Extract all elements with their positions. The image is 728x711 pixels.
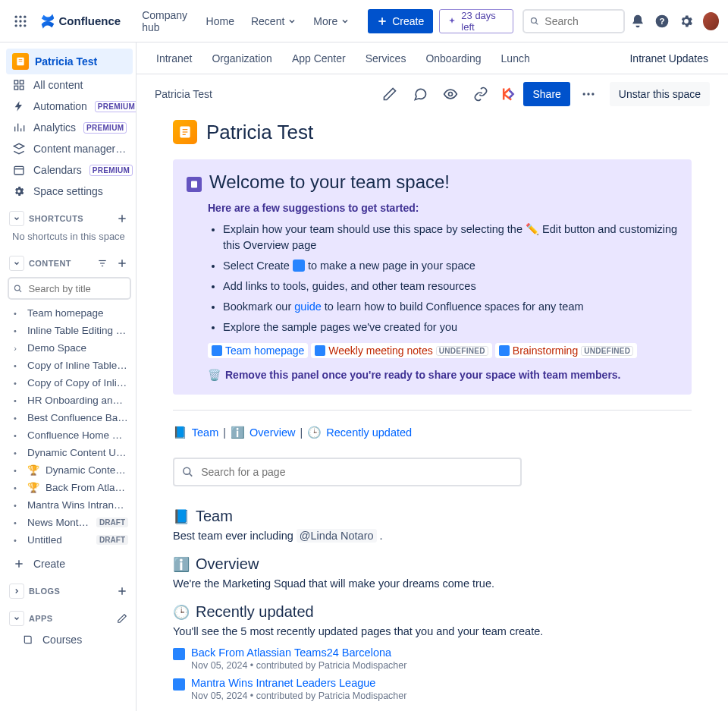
edit-icon[interactable]: [378, 82, 402, 106]
tree-item[interactable]: •Team homepage: [6, 304, 133, 322]
app-switcher-icon[interactable]: [9, 9, 32, 33]
bullet-icon: •: [9, 466, 21, 475]
space-nav-lunch[interactable]: Lunch: [500, 45, 532, 72]
sidebar-app-courses[interactable]: Courses: [6, 629, 133, 650]
content-filter-input[interactable]: [27, 282, 125, 295]
tree-item[interactable]: •🏆Back From Atlassian…: [6, 479, 133, 496]
tree-item[interactable]: •News Montag, 1…DRAFT: [6, 514, 133, 531]
nav-recent[interactable]: Recent: [243, 11, 304, 32]
bullet-icon: •: [9, 361, 21, 370]
smart-link[interactable]: Weekly meeting notesUNDEFINED: [311, 343, 492, 358]
tree-item[interactable]: •HR Onboarding and Trai…: [6, 392, 133, 409]
sidebar-content-manager[interactable]: Content manager…: [6, 138, 133, 159]
add-content-button[interactable]: [115, 256, 130, 271]
space-nav-intranet-updates[interactable]: Intranet Updates: [628, 45, 710, 72]
recent-page-link[interactable]: Mantra Wins Intranet Leaders League: [191, 677, 375, 689]
bullet-icon: •: [9, 396, 21, 405]
bolt-icon: [12, 99, 26, 113]
shortcuts-toggle[interactable]: [9, 211, 24, 226]
sidebar-analytics[interactable]: AnalyticsPREMIUM: [6, 117, 133, 138]
nav-home[interactable]: Home: [199, 11, 242, 32]
space-nav-organization[interactable]: Organization: [210, 45, 273, 72]
search-icon: [14, 284, 22, 294]
add-blog-button[interactable]: [115, 584, 130, 599]
recent-page-link[interactable]: Back From Atlassian Teams24 Barcelona: [191, 647, 391, 659]
shortcuts-header: SHORTCUTS: [29, 214, 110, 223]
global-search[interactable]: [522, 9, 625, 33]
sidebar-create-button[interactable]: Create: [6, 553, 133, 574]
tree-item[interactable]: •UntitledDRAFT: [6, 531, 133, 549]
tree-item[interactable]: •Confluence Home Page …: [6, 426, 133, 444]
author-link[interactable]: Patricia Modispacher: [318, 660, 407, 671]
sidebar-automation[interactable]: AutomationPREMIUM: [6, 96, 133, 117]
nav-company-hub[interactable]: Company hub: [134, 5, 196, 38]
settings-icon[interactable]: [676, 9, 697, 33]
tree-item-label: Team homepage: [27, 307, 128, 319]
nav-more[interactable]: More: [306, 11, 357, 32]
add-shortcut-button[interactable]: [115, 211, 130, 226]
watch-icon[interactable]: [438, 82, 463, 106]
edit-apps-button[interactable]: [115, 611, 130, 626]
tree-item[interactable]: •Mantra Wins Intranet Le…: [6, 496, 133, 514]
smart-link[interactable]: Team homepage: [208, 343, 308, 358]
page-search-input[interactable]: [199, 465, 513, 479]
svg-point-0: [14, 15, 17, 17]
confluence-logo[interactable]: Confluence: [35, 13, 126, 30]
smart-link[interactable]: BrainstormingUNDEFINED: [495, 343, 637, 358]
space-nav-app-center[interactable]: App Center: [290, 45, 347, 72]
space-nav-intranet[interactable]: Intranet: [155, 45, 193, 72]
tree-item[interactable]: •Copy of Copy of Inline T…: [6, 374, 133, 392]
unstar-button[interactable]: Unstar this space: [610, 82, 710, 106]
plus-icon: [12, 557, 26, 571]
share-button[interactable]: Share: [523, 82, 570, 106]
space-nav-services[interactable]: Services: [364, 45, 408, 72]
help-icon[interactable]: ?: [651, 9, 673, 33]
content-toggle[interactable]: [9, 256, 24, 271]
profile-avatar[interactable]: [703, 12, 719, 30]
tree-item[interactable]: ›Demo Space: [6, 339, 133, 357]
quick-links: 📘 Team | ℹ️ Overview | 🕒 Recently update…: [173, 426, 692, 439]
content-sort-button[interactable]: [95, 256, 110, 271]
quick-link-team[interactable]: 📘 Team: [173, 426, 218, 439]
link-icon[interactable]: [469, 82, 493, 106]
tree-item[interactable]: •Dynamic Content Updat…: [6, 444, 133, 461]
page-search[interactable]: [173, 458, 522, 486]
trial-indicator[interactable]: 23 days left: [439, 9, 513, 33]
tree-item-label: Copy of Inline Table Edit…: [27, 360, 128, 371]
sidebar-all-content[interactable]: All content: [6, 74, 133, 96]
blogs-toggle[interactable]: [9, 584, 24, 599]
trash-icon: 🗑️: [208, 369, 221, 381]
svg-line-12: [535, 22, 538, 24]
content-filter[interactable]: [8, 277, 131, 300]
global-search-input[interactable]: [543, 14, 617, 28]
guide-link[interactable]: guide: [294, 300, 321, 313]
author-link[interactable]: Patricia Modispacher: [318, 691, 407, 701]
panel-bullet: Select Create to make a new page in your…: [223, 258, 678, 274]
tree-item[interactable]: •🏆Dynamic Content in …: [6, 461, 133, 479]
create-button[interactable]: Create: [368, 9, 433, 33]
trophy-icon: 🏆: [27, 482, 39, 493]
app-k-icon[interactable]: [499, 85, 517, 103]
panel-icon: [187, 177, 202, 192]
sidebar-space-selected[interactable]: Patricia Test: [6, 49, 133, 74]
tree-item[interactable]: •Inline Table Editing Exa…: [6, 322, 133, 339]
nav-more-label: More: [313, 15, 337, 27]
more-actions-icon[interactable]: [576, 82, 601, 106]
notifications-icon[interactable]: [628, 9, 649, 33]
quick-link-overview[interactable]: ℹ️ Overview: [231, 426, 295, 439]
tree-item[interactable]: •Copy of Inline Table Edit…: [6, 357, 133, 374]
svg-point-1: [19, 15, 21, 17]
panel-subtitle: Here are a few suggestions to get starte…: [208, 202, 678, 214]
tree-item[interactable]: •Best Confluence Backgr…: [6, 409, 133, 426]
space-nav-onboarding[interactable]: Onboarding: [424, 45, 482, 72]
comment-icon[interactable]: [408, 82, 432, 106]
sidebar-space-settings[interactable]: Space settings: [6, 181, 133, 202]
svg-point-42: [449, 93, 453, 96]
sidebar-calendars[interactable]: CalendarsPREMIUM: [6, 159, 133, 181]
svg-point-5: [24, 20, 26, 22]
user-mention[interactable]: @Linda Notaro: [297, 529, 377, 543]
apps-toggle[interactable]: [9, 611, 24, 626]
chevron-down-icon: [287, 17, 297, 26]
quick-link-recently-updated[interactable]: 🕒 Recently updated: [307, 426, 412, 439]
breadcrumb[interactable]: Patricia Test: [155, 88, 372, 100]
